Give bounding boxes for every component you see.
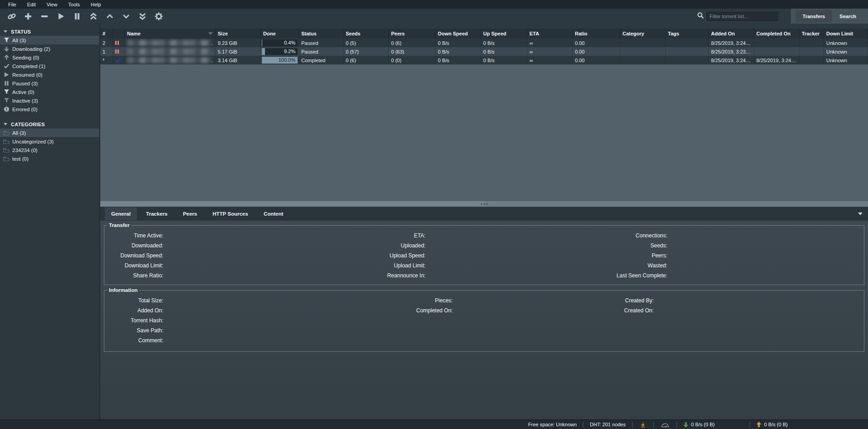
tab-content[interactable]: Content	[257, 207, 289, 220]
up-arrow-icon	[756, 422, 761, 428]
tab-trackers[interactable]: Trackers	[140, 207, 174, 220]
column-down-limit[interactable]: Down Limit	[824, 29, 868, 39]
column-seeds[interactable]: Seeds	[343, 29, 389, 39]
tab-search[interactable]: Search	[832, 10, 863, 23]
menu-view[interactable]: View	[41, 2, 63, 7]
status-bar: Free space: Unknown DHT: 201 nodes 0 B/s…	[0, 419, 868, 429]
resume-icon[interactable]	[53, 10, 69, 22]
progress-cell: 9.2%	[261, 47, 299, 56]
field-label: Download Speed:	[104, 252, 163, 259]
menu-file[interactable]: File	[3, 2, 22, 7]
field-label: Seeds:	[611, 242, 667, 249]
categories-section-label: CATEGORIES	[11, 122, 45, 127]
panel-splitter[interactable]	[100, 201, 868, 207]
collapse-caret-icon	[4, 123, 7, 125]
torrent-name: .	[125, 39, 216, 47]
sidebar-item-downloading[interactable]: Downloading (2)	[0, 44, 99, 53]
categories-section-header[interactable]: CATEGORIES	[0, 120, 99, 128]
link-icon[interactable]	[4, 10, 20, 22]
menu-edit[interactable]: Edit	[22, 2, 41, 7]
sidebar-category-all[interactable]: All (3)	[0, 128, 99, 137]
collapse-caret-icon	[4, 30, 7, 33]
pause-icon[interactable]	[69, 10, 85, 22]
folder-icon	[3, 138, 10, 144]
menu-bar: File Edit View Tools Help	[0, 0, 868, 9]
remove-icon[interactable]	[36, 10, 53, 22]
column-completed-on[interactable]: Completed On	[754, 29, 799, 39]
field-label: Reannounce In:	[358, 272, 426, 279]
torrent-filter-input[interactable]	[706, 12, 778, 21]
tab-http-sources[interactable]: HTTP Sources	[206, 207, 255, 220]
column-down-speed[interactable]: Down Speed	[436, 29, 481, 39]
field-label: Torrent Hash:	[104, 317, 163, 324]
torrent-name: .	[125, 56, 216, 64]
column-tracker[interactable]: Tracker	[799, 29, 824, 39]
status-section-header[interactable]: STATUS	[0, 27, 99, 36]
field-label: Added On:	[104, 307, 163, 314]
sidebar-item-resumed[interactable]: Resumed (0)	[0, 70, 99, 79]
increase-priority-icon[interactable]	[102, 10, 118, 22]
bottom-priority-icon[interactable]	[134, 10, 151, 22]
field-label: ETA:	[358, 232, 426, 239]
magnifier-icon	[697, 12, 704, 21]
sidebar-category-test[interactable]: test (0)	[0, 154, 99, 163]
sidebar-item-completed[interactable]: Completed (1)	[0, 62, 99, 70]
column-ratio[interactable]: Ratio	[573, 29, 620, 39]
folder-icon	[3, 156, 10, 162]
column-eta[interactable]: ETA	[527, 29, 573, 39]
table-row[interactable]: 2 . 9.23 GiB 0.4% Paused 0 (5) 0 (6) 0 B…	[100, 39, 868, 47]
field-label: Uploaded:	[358, 242, 426, 249]
tab-transfers[interactable]: Transfers	[795, 10, 833, 23]
tab-general[interactable]: General	[105, 207, 137, 220]
sidebar-item-seeding[interactable]: Seeding (0)	[0, 53, 99, 62]
column-priority[interactable]: #	[100, 29, 113, 39]
funnel-icon	[3, 37, 10, 43]
field-label: Connections:	[611, 232, 667, 239]
menu-help[interactable]: Help	[85, 2, 107, 7]
sidebar-item-inactive[interactable]: Inactive (3)	[0, 96, 99, 105]
sidebar-item-paused[interactable]: Paused (3)	[0, 79, 99, 88]
field-label: Comment:	[104, 337, 163, 344]
splitter-grip-icon	[481, 203, 488, 205]
field-label: Last Seen Complete:	[611, 272, 667, 279]
sidebar-item-active[interactable]: Active (0)	[0, 88, 99, 96]
column-done[interactable]: Done	[261, 29, 299, 39]
column-status[interactable]: Status	[299, 29, 343, 39]
sidebar-category-234234[interactable]: 234234 (0)	[0, 146, 99, 154]
collapse-panel-icon[interactable]	[858, 212, 863, 215]
tab-peers[interactable]: Peers	[177, 207, 203, 220]
column-name[interactable]: Name	[125, 29, 216, 39]
menu-tools[interactable]: Tools	[63, 2, 85, 7]
progress-cell: 0.4%	[261, 39, 299, 47]
torrent-table-header: # Name Size Done Status Seeds Peers Down…	[100, 29, 868, 39]
column-category[interactable]: Category	[620, 29, 666, 39]
status-section-label: STATUS	[11, 29, 31, 35]
transfer-section-title: Transfer	[107, 222, 131, 228]
field-label: Total Size:	[104, 297, 163, 304]
field-label: Created By:	[611, 297, 654, 304]
top-priority-icon[interactable]	[85, 10, 102, 22]
blurred-torrent-name	[127, 57, 211, 63]
sidebar-category-uncategorized[interactable]: Uncategorized (3)	[0, 137, 99, 146]
column-tags[interactable]: Tags	[666, 29, 709, 39]
torrent-name: .	[125, 47, 216, 56]
options-gear-icon[interactable]	[151, 10, 167, 22]
flame-connection-icon	[633, 420, 653, 429]
sidebar-item-errored[interactable]: Errored (0)	[0, 105, 99, 113]
field-label: Time Active:	[104, 232, 163, 239]
column-added-on[interactable]: Added On	[709, 29, 754, 39]
speed-gauge-icon[interactable]	[654, 420, 677, 429]
sidebar-item-all-status[interactable]: All (3)	[0, 36, 99, 44]
add-icon[interactable]	[20, 10, 36, 22]
folder-icon	[3, 130, 10, 136]
column-state-icon[interactable]	[113, 29, 125, 39]
pause-icon	[3, 80, 10, 86]
scrollbar-thumb[interactable]	[100, 201, 484, 206]
table-row[interactable]: * . 3.14 GiB 100.0% Completed 0 (6) 0 (0…	[100, 56, 868, 64]
column-up-speed[interactable]: Up Speed	[481, 29, 527, 39]
table-row[interactable]: 1 . 5.17 GiB 9.2% Paused 0 (57) 0 (63) 0…	[100, 47, 868, 56]
column-peers[interactable]: Peers	[389, 29, 436, 39]
column-size[interactable]: Size	[216, 29, 261, 39]
information-section: Information Total Size: Added On: Torren…	[104, 287, 864, 352]
decrease-priority-icon[interactable]	[118, 10, 134, 22]
